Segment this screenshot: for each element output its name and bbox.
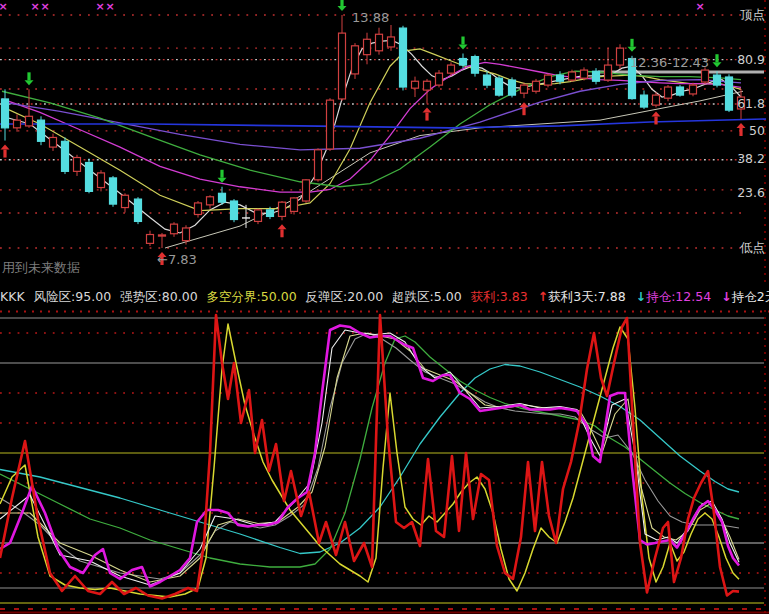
- down-arrow-icon: ↓: [721, 289, 731, 304]
- candle-up: [364, 39, 371, 54]
- candle-up: [50, 137, 57, 147]
- candle-up: [352, 46, 359, 74]
- x-mark-icon: ×: [40, 0, 49, 13]
- candle-up: [74, 157, 81, 171]
- candle-up: [617, 48, 624, 65]
- indicator-chart-panel[interactable]: [0, 310, 769, 614]
- candle-up: [521, 85, 528, 93]
- candlestick-chart: ××××××: [0, 0, 769, 286]
- sell-arrow-icon: [461, 37, 464, 45]
- candle-up: [207, 197, 214, 205]
- axis-label-38.2: 38.2: [737, 151, 765, 166]
- candle-up: [665, 87, 672, 98]
- candle-down: [135, 199, 142, 221]
- candle-up: [424, 81, 431, 90]
- candle-up: [147, 235, 154, 244]
- indicator-header-item: 超跌区:5.00: [392, 289, 462, 304]
- buy-arrow-icon: [652, 111, 661, 116]
- indicator-header: KKK风险区:95.00强势区:80.00多空分界:50.00反弹区:20.00…: [0, 289, 769, 309]
- candle-up: [436, 73, 443, 85]
- candle-up: [569, 72, 576, 80]
- indicator-header-item: 获利:3.83: [471, 289, 528, 304]
- sell-arrow-icon: [630, 39, 633, 47]
- series-持仓: [0, 326, 739, 587]
- stock-chart-app: ×××××× 13.88 ←7.83 12.36-12.43 用到未来数据 顶点…: [0, 0, 769, 614]
- sell-arrow-icon: [220, 170, 223, 178]
- candle-up: [545, 75, 552, 85]
- buy-arrow-icon: [425, 113, 428, 121]
- indicator-header-item: 风险区:95.00: [34, 289, 112, 304]
- candle-up: [376, 34, 383, 51]
- buy-arrow-icon: [520, 102, 529, 107]
- indicator-header-item: 持仓:12.54: [646, 289, 711, 304]
- indicator-series: [0, 315, 739, 599]
- candle-down: [472, 57, 479, 74]
- candle-up: [171, 224, 178, 234]
- candle-down: [726, 77, 733, 110]
- candle-down: [677, 87, 684, 95]
- x-mark-icon: ×: [0, 0, 8, 13]
- candle-down: [593, 71, 600, 81]
- sell-arrow-icon: [338, 6, 347, 11]
- candle-up: [581, 70, 588, 78]
- future-data-note: 用到未来数据: [2, 259, 80, 277]
- candle-up: [690, 85, 697, 94]
- candle-up: [183, 228, 190, 241]
- down-arrow-icon: ↓: [636, 289, 646, 304]
- series-gray-line: [0, 333, 739, 579]
- candle-up: [195, 203, 202, 215]
- axis-label-50: 50: [749, 123, 765, 138]
- candle-down: [509, 80, 516, 95]
- indicator-header-item: KKK: [0, 289, 25, 304]
- candle-up: [388, 37, 395, 47]
- buy-arrow-icon: [280, 229, 283, 237]
- candle-up: [315, 150, 322, 180]
- x-mark-icon: ×: [30, 0, 39, 13]
- gap-price-label: 12.36-12.43: [630, 55, 709, 70]
- sell-arrow-icon: [628, 47, 637, 52]
- buy-arrow-icon: [522, 107, 525, 115]
- axis-label-低点: 低点: [740, 240, 765, 257]
- sell-arrow-icon: [715, 54, 718, 62]
- candle-up: [327, 100, 334, 149]
- indicator-header-item: 反弹区:20.00: [306, 289, 384, 304]
- candle-down: [557, 75, 564, 81]
- indicator-header-item: 持仓2天:13.63: [732, 289, 769, 304]
- candle-down: [231, 201, 238, 219]
- candle-up: [303, 180, 310, 201]
- sell-arrow-icon: [25, 80, 34, 85]
- candle-up: [412, 81, 419, 88]
- signal-arrows: [1, 0, 746, 265]
- candle-up: [279, 202, 286, 216]
- indicator-chart: [0, 310, 769, 614]
- candle-down: [110, 178, 117, 204]
- candle-down: [400, 28, 407, 87]
- candle-up: [339, 33, 346, 99]
- candle-up: [159, 235, 166, 236]
- peak-price-label: 13.88: [352, 10, 389, 25]
- sell-arrow-icon: [27, 72, 30, 80]
- candle-up: [448, 65, 455, 73]
- sell-arrow-icon: [459, 45, 468, 50]
- x-mark-icon: ×: [105, 0, 114, 13]
- candle-down: [219, 193, 226, 202]
- buy-arrow-icon: [1, 145, 10, 150]
- up-arrow-icon: ↑: [538, 289, 548, 304]
- buy-arrow-icon: [737, 123, 746, 128]
- buy-arrow-icon: [739, 128, 742, 136]
- candle-up: [291, 198, 298, 211]
- candle-up: [255, 210, 262, 222]
- series-持仓2天: [0, 330, 739, 585]
- buy-arrow-icon: [278, 224, 287, 229]
- candle-down: [714, 75, 721, 85]
- indicator-header-item: 多空分界:50.00: [207, 289, 297, 304]
- series-green-line: [0, 336, 739, 567]
- sell-arrow-icon: [340, 0, 343, 6]
- price-chart-panel[interactable]: ×××××× 13.88 ←7.83 12.36-12.43 用到未来数据 顶点…: [0, 0, 769, 286]
- low-price-label: ←7.83: [157, 252, 197, 267]
- candle-down: [460, 59, 467, 66]
- candle-up: [702, 70, 709, 82]
- axis-label-顶点: 顶点: [740, 7, 765, 24]
- axis-label-80.9: 80.9: [737, 52, 765, 67]
- buy-arrow-icon: [3, 150, 6, 158]
